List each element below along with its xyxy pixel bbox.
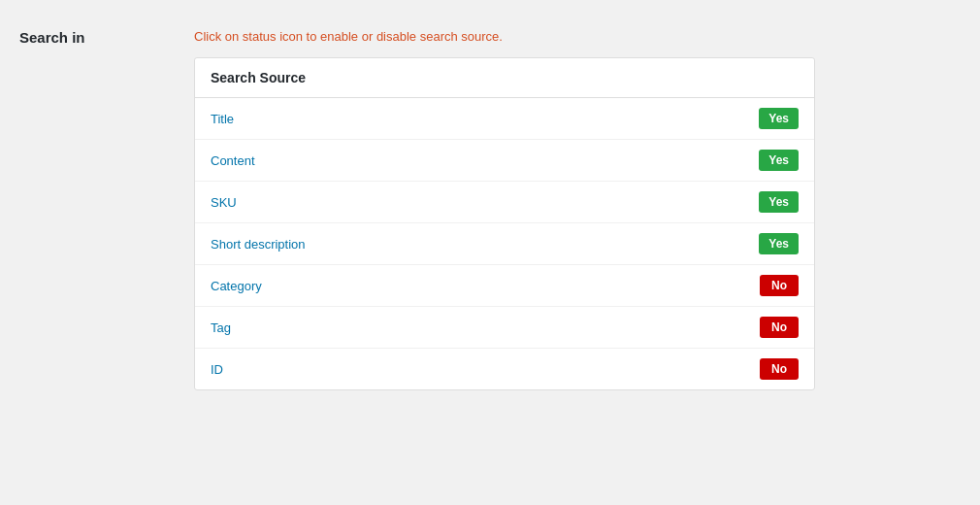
table-row-tag: Tag No [195,307,814,349]
status-badge-content[interactable]: Yes [759,150,799,171]
search-source-table: Search Source Title Yes Content Yes SKU … [194,57,815,390]
row-label-short-description: Short description [211,237,306,252]
section-label: Search in [0,19,175,486]
status-badge-sku[interactable]: Yes [759,191,799,213]
info-text: Click on status icon to enable or disabl… [194,19,961,44]
row-label-id: ID [211,362,223,377]
table-header: Search Source [195,58,814,98]
main-content: Click on status icon to enable or disabl… [175,19,980,486]
row-label-category: Category [211,279,262,293]
status-badge-id[interactable]: No [760,358,799,380]
page-layout: Search in Click on status icon to enable… [0,0,980,505]
table-row-short-description: Short description Yes [195,223,814,265]
row-label-tag: Tag [211,320,231,335]
row-label-sku: SKU [211,195,237,210]
row-label-title: Title [211,112,234,126]
status-badge-tag[interactable]: No [760,317,799,338]
status-badge-short-description[interactable]: Yes [759,233,799,254]
table-row-sku: SKU Yes [195,182,814,223]
table-row-title: Title Yes [195,98,814,140]
search-in-label: Search in [19,29,85,46]
status-badge-title[interactable]: Yes [759,108,799,129]
table-row-content: Content Yes [195,140,814,182]
row-label-content: Content [211,153,255,168]
status-badge-category[interactable]: No [760,275,799,296]
table-row-category: Category No [195,265,814,307]
table-row-id: ID No [195,349,814,389]
